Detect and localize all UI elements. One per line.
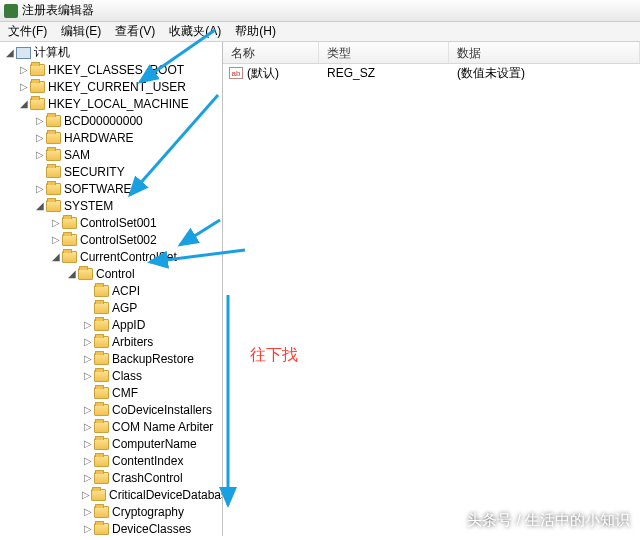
expand-icon[interactable] [66,268,77,279]
tree-arbiters[interactable]: Arbiters [2,333,222,350]
title-bar: 注册表编辑器 [0,0,640,22]
expand-icon[interactable] [82,319,93,330]
expand-icon[interactable] [34,115,45,126]
tree-agp[interactable]: AGP [2,299,222,316]
tree-hkcu[interactable]: HKEY_CURRENT_USER [2,78,222,95]
expand-icon[interactable] [18,98,29,109]
menu-help[interactable]: 帮助(H) [231,22,280,41]
tree-bcd00000000[interactable]: BCD00000000 [2,112,222,129]
tree-system[interactable]: SYSTEM [2,197,222,214]
expand-icon[interactable] [82,455,93,466]
folder-icon [94,438,109,450]
expand-icon[interactable] [82,387,93,398]
expand-icon[interactable] [82,353,93,364]
tree-security[interactable]: SECURITY [2,163,222,180]
tree-sam[interactable]: SAM [2,146,222,163]
main-split: 计算机HKEY_CLASSES_ROOTHKEY_CURRENT_USERHKE… [0,42,640,536]
tree-crashcontrol[interactable]: CrashControl [2,469,222,486]
expand-icon[interactable] [82,302,93,313]
value-row[interactable]: ab(默认) REG_SZ (数值未设置) [223,64,640,82]
tree-criticaldevicedatabase[interactable]: CriticalDeviceDatabase [2,486,222,503]
expand-icon[interactable] [50,234,61,245]
computer-icon [16,47,31,59]
tree-hklm[interactable]: HKEY_LOCAL_MACHINE [2,95,222,112]
tree-class[interactable]: Class [2,367,222,384]
folder-icon [46,115,61,127]
folder-icon [62,251,77,263]
expand-icon[interactable] [34,132,45,143]
tree-cmf[interactable]: CMF [2,384,222,401]
column-headers: 名称 类型 数据 [223,42,640,64]
tree-control[interactable]: Control [2,265,222,282]
folder-icon [94,302,109,314]
folder-icon [94,455,109,467]
tree-deviceclasses[interactable]: DeviceClasses [2,520,222,536]
expand-icon[interactable] [82,506,93,517]
expand-icon[interactable] [18,81,29,92]
col-type[interactable]: 类型 [319,42,449,63]
expand-icon[interactable] [34,149,45,160]
menu-view[interactable]: 查看(V) [111,22,159,41]
tree-contentindex[interactable]: ContentIndex [2,452,222,469]
folder-icon [62,234,77,246]
tree-controlset002[interactable]: ControlSet002 [2,231,222,248]
menu-edit[interactable]: 编辑(E) [57,22,105,41]
expand-icon[interactable] [18,64,29,75]
folder-icon [78,268,93,280]
folder-icon [46,149,61,161]
folder-icon [94,285,109,297]
expand-icon[interactable] [4,47,15,58]
expand-icon[interactable] [34,200,45,211]
folder-icon [30,81,45,93]
tree-appid[interactable]: AppID [2,316,222,333]
expand-icon[interactable] [50,217,61,228]
tree-controlset001[interactable]: ControlSet001 [2,214,222,231]
expand-icon[interactable] [34,183,45,194]
folder-icon [94,353,109,365]
folder-icon [94,421,109,433]
expand-icon[interactable] [82,336,93,347]
expand-icon[interactable] [82,523,93,534]
tree-codeviceinstallers[interactable]: CoDeviceInstallers [2,401,222,418]
tree-comnamearbiter[interactable]: COM Name Arbiter [2,418,222,435]
app-icon [4,4,18,18]
tree-computername[interactable]: ComputerName [2,435,222,452]
string-value-icon: ab [229,67,243,79]
tree-backuprestore[interactable]: BackupRestore [2,350,222,367]
folder-icon [30,64,45,76]
folder-icon [94,370,109,382]
expand-icon[interactable] [82,472,93,483]
menu-file[interactable]: 文件(F) [4,22,51,41]
expand-icon[interactable] [82,489,90,500]
expand-icon[interactable] [82,404,93,415]
tree-acpi[interactable]: ACPI [2,282,222,299]
expand-icon[interactable] [82,421,93,432]
tree-root[interactable]: 计算机 [2,44,222,61]
expand-icon[interactable] [82,438,93,449]
expand-icon[interactable] [50,251,61,262]
folder-icon [62,217,77,229]
expand-icon[interactable] [82,370,93,381]
col-data[interactable]: 数据 [449,42,640,63]
expand-icon[interactable] [82,285,93,296]
tree-hardware[interactable]: HARDWARE [2,129,222,146]
tree-ccs[interactable]: CurrentControlSet [2,248,222,265]
folder-icon [94,387,109,399]
folder-icon [94,319,109,331]
tree-pane[interactable]: 计算机HKEY_CLASSES_ROOTHKEY_CURRENT_USERHKE… [0,42,223,536]
expand-icon[interactable] [34,166,45,177]
folder-icon [46,166,61,178]
menu-bar: 文件(F) 编辑(E) 查看(V) 收藏夹(A) 帮助(H) [0,22,640,42]
folder-icon [46,200,61,212]
tree-hkcr[interactable]: HKEY_CLASSES_ROOT [2,61,222,78]
col-name[interactable]: 名称 [223,42,319,63]
folder-icon [46,132,61,144]
tree-cryptography[interactable]: Cryptography [2,503,222,520]
window-title: 注册表编辑器 [22,2,94,19]
menu-favorites[interactable]: 收藏夹(A) [165,22,225,41]
folder-icon [91,489,106,501]
folder-icon [46,183,61,195]
folder-icon [94,404,109,416]
tree-software[interactable]: SOFTWARE [2,180,222,197]
folder-icon [94,472,109,484]
